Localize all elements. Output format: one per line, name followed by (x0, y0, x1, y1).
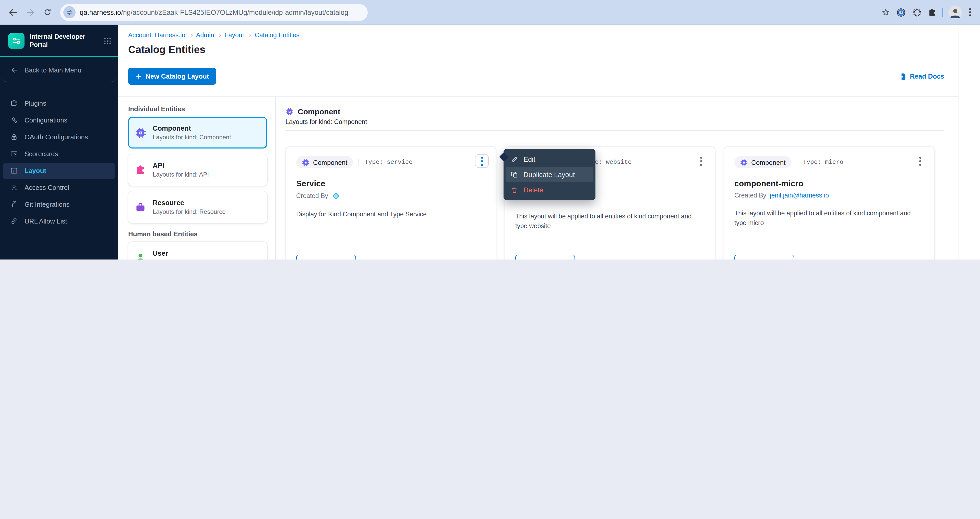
type-value: website (606, 159, 632, 166)
layout-card-description: This layout will be applied to all entit… (734, 209, 921, 228)
card-menu-icon[interactable] (694, 154, 708, 168)
resource-bag-icon (134, 202, 146, 213)
extensions-puzzle-icon[interactable] (927, 7, 937, 17)
entity-kind-text: Resource Layouts for kind: Resource (153, 199, 226, 215)
url-host: qa.harness.io (80, 8, 121, 16)
entity-kind-text: Component Layouts for kind: Component (153, 124, 231, 141)
type-text: Type: service (358, 159, 412, 166)
person-icon (9, 183, 18, 192)
sidebar-item-configurations[interactable]: Configurations (3, 112, 115, 129)
app-grid-icon[interactable] (103, 37, 112, 45)
breadcrumb-admin[interactable]: Admin (196, 32, 214, 39)
view-applied-entities-link[interactable]: View Applied Entities (364, 259, 431, 259)
breadcrumb-account[interactable]: Account: Harness.io (128, 32, 185, 39)
main-area: Account: Harness.io Admin Layout Catalog… (118, 25, 980, 259)
breadcrumb-chevron-icon (248, 33, 251, 37)
sidebar-item-access-control[interactable]: Access Control (3, 179, 115, 196)
product-title: Internal Developer Portal (30, 33, 89, 49)
breadcrumb: Account: Harness.io Admin Layout Catalog… (118, 25, 959, 39)
created-by-email-link[interactable]: jenil.jain@harness.io (770, 192, 829, 199)
back-icon[interactable] (5, 5, 21, 20)
card-menu-icon[interactable] (475, 154, 489, 168)
edit-layout-label: Edit Layout (751, 259, 788, 259)
component-badge: Component (296, 156, 353, 168)
context-menu-duplicate-layout[interactable]: Duplicate Layout (506, 167, 593, 182)
card-menu-icon[interactable] (913, 154, 927, 168)
back-to-main-menu[interactable]: Back to Main Menu (1, 57, 117, 81)
browser-menu-icon[interactable] (967, 6, 973, 18)
breadcrumb-layout[interactable]: Layout (225, 32, 244, 39)
chrome-separator (942, 8, 943, 17)
entity-kind-subtitle: Layouts for kind: Component (153, 134, 231, 141)
back-section: Back to Main Menu (1, 57, 117, 82)
entity-kind-subtitle: Layouts for kind: API (153, 171, 209, 178)
layouts-area: Component Layouts for kind: Component Co… (276, 97, 959, 259)
sidebar-item-label: URL Allow List (24, 217, 67, 225)
entity-kind-resource[interactable]: Resource Layouts for kind: Resource (128, 191, 267, 223)
layout-card-description: Display for Kind Component and Type Serv… (296, 210, 483, 219)
breadcrumb-catalog-entities[interactable]: Catalog Entities (255, 32, 299, 39)
extension-spinner-icon[interactable] (911, 7, 922, 17)
type-label: Type: (803, 159, 821, 166)
entity-kind-text: User Layouts for kind: User (153, 249, 212, 259)
layout-card-title: Service (296, 179, 486, 188)
component-badge: Component (734, 156, 791, 168)
sidebar-item-label: Access Control (24, 184, 69, 191)
entity-kind-component[interactable]: Component Layouts for kind: Component (128, 117, 267, 149)
created-by-row: Created By (296, 192, 486, 200)
entity-kind-text: API Layouts for kind: API (153, 162, 209, 178)
url-bar[interactable]: qa.harness.io/ng/account/zEaak-FLS425IEO… (60, 4, 368, 21)
sidebar-nav: Plugins Configurations OAuth Configurati… (0, 82, 118, 229)
pencil-icon (511, 156, 519, 163)
site-info-icon[interactable] (63, 6, 76, 18)
type-text: Type: micro (797, 159, 843, 166)
layout-card-component-micro: Component Type: micro component-micro Cr… (724, 146, 935, 259)
gears-icon (9, 116, 18, 124)
back-arrow-icon (10, 65, 19, 74)
new-catalog-layout-button[interactable]: New Catalog Layout (128, 68, 216, 85)
url-text: qa.harness.io/ng/account/zEaak-FLS425IEO… (80, 8, 348, 16)
context-menu-delete[interactable]: Delete (506, 182, 593, 197)
lock-icon (9, 133, 18, 141)
breadcrumb-chevron-icon (218, 33, 221, 37)
created-by-label: Created By (296, 192, 328, 200)
sidebar-item-git-integrations[interactable]: Git Integrations (3, 196, 115, 213)
sidebar-item-scorecards[interactable]: Scorecards (3, 146, 115, 162)
screen: qa.harness.io/ng/account/zEaak-FLS425IEO… (0, 0, 980, 259)
entity-kind-api[interactable]: API Layouts for kind: API (128, 154, 267, 186)
read-docs-link[interactable]: Read Docs (899, 72, 944, 80)
chrome-right-icons (881, 5, 975, 19)
view-applied-entities-link[interactable]: View Applied Entities (583, 259, 649, 259)
sidebar-item-plugins[interactable]: Plugins (3, 95, 115, 111)
component-chip-icon (285, 108, 294, 116)
edit-layout-button[interactable]: Edit Layout (734, 255, 794, 259)
edit-layout-label: Edit Layout (532, 259, 568, 259)
git-fork-icon (9, 200, 18, 209)
sidebar-item-oauth-configurations[interactable]: OAuth Configurations (3, 129, 115, 145)
sidebar-item-layout[interactable]: Layout (3, 162, 115, 179)
bookmark-star-icon[interactable] (881, 7, 890, 17)
context-menu-label: Edit (523, 156, 535, 163)
edit-layout-button[interactable]: Edit Layout (296, 255, 356, 259)
copy-icon (511, 171, 519, 178)
entity-kind-user[interactable]: User Layouts for kind: User (128, 242, 267, 259)
card-context-menu: Edit Duplicate Layout Delete (504, 149, 595, 200)
entity-kind-name: Resource (153, 199, 226, 207)
sidebar-item-url-allow-list[interactable]: URL Allow List (3, 213, 115, 229)
breadcrumb-chevron-icon (189, 33, 192, 37)
edit-layout-label: Edit Layout (313, 259, 349, 259)
url-path: /ng/account/zEaak-FLS425IEO7OLzMUg/modul… (121, 8, 348, 16)
layout-card-service: Component Type: service Service Created … (285, 146, 496, 259)
profile-avatar[interactable] (948, 5, 962, 19)
edit-layout-button[interactable]: Edit Layout (515, 255, 575, 259)
context-menu-edit[interactable]: Edit (506, 152, 593, 167)
kind-header-title: Component (298, 107, 340, 116)
sidebar-item-label: Plugins (24, 100, 46, 107)
api-puzzle-icon (134, 164, 146, 176)
forward-icon[interactable] (22, 5, 38, 20)
password-manager-icon[interactable] (896, 7, 906, 17)
type-label: Type: (364, 159, 383, 166)
reload-icon[interactable] (40, 5, 55, 20)
main-content: Account: Harness.io Admin Layout Catalog… (118, 25, 959, 259)
view-applied-entities-link[interactable]: View Applied Entities (802, 259, 869, 259)
